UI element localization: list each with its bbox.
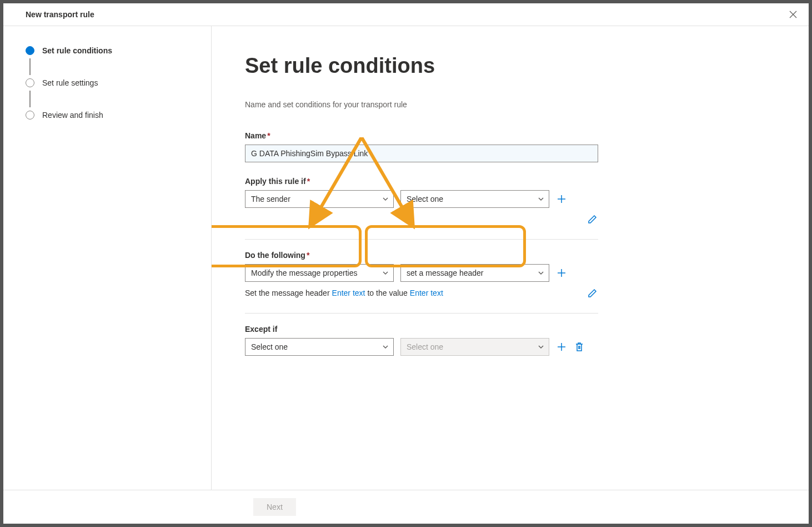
dialog-body: Set rule conditions Set rule settings Re… (3, 26, 809, 490)
divider (245, 313, 598, 314)
step-conditions[interactable]: Set rule conditions (26, 43, 200, 58)
do-section: Do the following* Modify the message pro… (245, 251, 775, 299)
except-value-select: Select one (400, 338, 549, 356)
divider (245, 239, 598, 240)
apply-value-select[interactable]: Select one (400, 190, 549, 208)
chevron-down-icon (382, 270, 389, 276)
chevron-down-icon (382, 196, 389, 202)
edit-icon[interactable] (587, 287, 598, 299)
chevron-down-icon (538, 196, 544, 202)
dialog-footer: Next (3, 490, 809, 524)
close-icon[interactable] (789, 10, 798, 19)
step-settings[interactable]: Set rule settings (26, 75, 200, 91)
name-label: Name* (245, 131, 775, 140)
except-section: Except if Select one Select one (245, 325, 775, 356)
step-dot-icon (26, 78, 34, 87)
add-action-button[interactable] (556, 267, 567, 279)
page-heading: Set rule conditions (245, 54, 775, 78)
chevron-down-icon (382, 344, 389, 350)
do-action-select[interactable]: Modify the message properties (245, 264, 394, 282)
dialog-title: New transport rule (26, 10, 94, 19)
header-helper-text: Set the message header Enter text to the… (245, 287, 598, 299)
select-placeholder: Select one (407, 342, 443, 351)
step-connector (29, 58, 31, 75)
except-label: Except if (245, 325, 775, 334)
wizard-sidebar: Set rule conditions Set rule settings Re… (3, 26, 212, 490)
step-connector (29, 91, 31, 107)
apply-label: Apply this rule if* (245, 177, 775, 186)
select-placeholder: Select one (251, 342, 288, 351)
add-exception-button[interactable] (556, 341, 567, 352)
step-label: Set rule conditions (42, 46, 112, 55)
select-value: set a message header (407, 269, 484, 277)
name-section: Name* (245, 131, 775, 162)
chevron-down-icon (538, 344, 544, 350)
delete-icon[interactable] (574, 341, 585, 352)
enter-header-value-link[interactable]: Enter text (410, 289, 443, 297)
enter-header-name-link[interactable]: Enter text (332, 289, 365, 297)
except-condition-select[interactable]: Select one (245, 338, 394, 356)
apply-section: Apply this rule if* The sender Select on… (245, 177, 775, 225)
name-input[interactable] (245, 145, 598, 162)
edit-icon[interactable] (587, 213, 598, 225)
dialog-window: New transport rule Set rule conditions S… (3, 3, 809, 524)
select-value: Modify the message properties (251, 269, 357, 277)
next-button[interactable]: Next (253, 498, 296, 516)
main-panel: Set rule conditions Name and set conditi… (212, 26, 809, 490)
chevron-down-icon (538, 270, 544, 276)
select-placeholder: Select one (407, 195, 443, 203)
step-review[interactable]: Review and finish (26, 107, 200, 123)
step-label: Set rule settings (42, 78, 98, 87)
page-subtitle: Name and set conditions for your transpo… (245, 100, 775, 109)
titlebar: New transport rule (3, 3, 809, 26)
add-condition-button[interactable] (556, 193, 567, 205)
apply-condition-select[interactable]: The sender (245, 190, 394, 208)
do-value-select[interactable]: set a message header (400, 264, 549, 282)
step-label: Review and finish (42, 111, 103, 120)
select-value: The sender (251, 195, 290, 203)
do-label: Do the following* (245, 251, 775, 260)
step-dot-icon (26, 46, 34, 55)
step-dot-icon (26, 111, 34, 120)
